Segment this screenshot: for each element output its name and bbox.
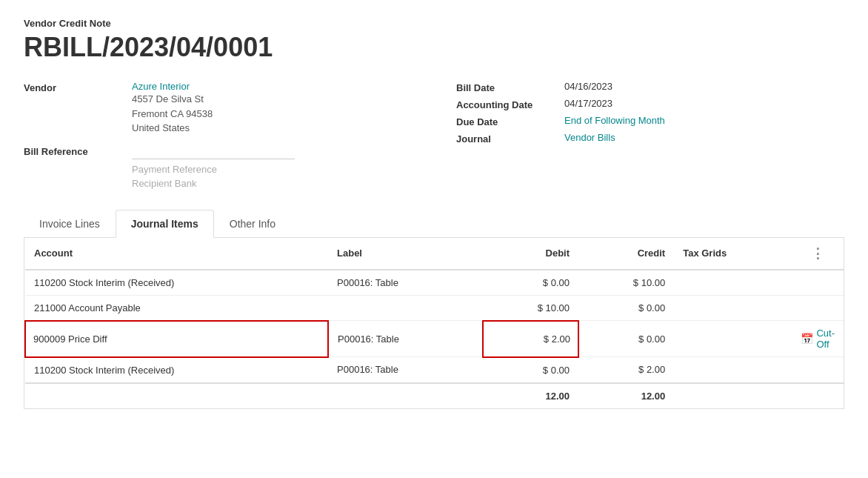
table-row: 900009 Price DiffP00016: Table$ 2.00$ 0.… <box>25 321 844 357</box>
cell-debit: $ 10.00 <box>483 295 578 321</box>
vendor-label: Vendor <box>24 81 120 93</box>
bill-reference-input[interactable] <box>132 145 295 159</box>
col-label: Label <box>328 238 483 270</box>
totals-debit: 12.00 <box>483 383 578 408</box>
totals-row: 12.00 12.00 <box>25 383 844 408</box>
column-menu-icon[interactable]: ⋮ <box>805 243 830 264</box>
cell-credit: $ 2.00 <box>578 357 674 383</box>
totals-credit: 12.00 <box>578 383 674 408</box>
cell-debit: $ 2.00 <box>483 321 578 357</box>
cell-account: 211000 Account Payable <box>25 295 328 321</box>
tabs-container: Invoice Lines Journal Items Other Info <box>24 210 844 238</box>
cell-tax-grids <box>674 357 792 383</box>
totals-empty-tax <box>674 383 792 408</box>
vendor-address-line1: 4557 De Silva St <box>132 92 213 107</box>
payment-reference-label: Payment Reference <box>132 164 412 175</box>
cell-label: P00016: Table <box>328 357 483 383</box>
accounting-date-label: Accounting Date <box>456 98 552 110</box>
bill-date-label: Bill Date <box>456 81 552 93</box>
totals-empty-extra <box>792 383 844 408</box>
vendor-address-line3: United States <box>132 121 213 136</box>
vendor-address-line2: Fremont CA 94538 <box>132 107 213 122</box>
col-debit: Debit <box>483 238 578 270</box>
cell-tax-grids <box>674 270 792 296</box>
bill-date-value: 04/16/2023 <box>564 81 612 92</box>
cell-label <box>328 295 483 321</box>
totals-empty-label <box>328 383 483 408</box>
cell-label: P00016: Table <box>328 321 483 357</box>
table-row: 110200 Stock Interim (Received)P00016: T… <box>25 270 844 296</box>
due-date-label: Due Date <box>456 115 552 127</box>
cell-tax-grids <box>674 295 792 321</box>
cell-cutoff <box>792 357 844 383</box>
cell-cutoff <box>792 270 844 296</box>
cell-cutoff <box>792 295 844 321</box>
due-date-value[interactable]: End of Following Month <box>564 115 665 126</box>
cell-account: 110200 Stock Interim (Received) <box>25 270 328 296</box>
accounting-date-value: 04/17/2023 <box>564 98 612 109</box>
cutoff-button[interactable]: 📅 Cut-Off <box>801 328 835 350</box>
journal-items-table: Account Label Debit Credit Tax Grids ⋮ 1… <box>24 238 844 409</box>
cell-account: 900009 Price Diff <box>25 321 328 357</box>
cell-tax-grids <box>674 321 792 357</box>
cell-label: P00016: Table <box>328 270 483 296</box>
cell-credit: $ 10.00 <box>578 270 674 296</box>
cell-credit: $ 0.00 <box>578 295 674 321</box>
table-row: 110200 Stock Interim (Received)P00016: T… <box>25 357 844 383</box>
cell-credit: $ 0.00 <box>578 321 674 357</box>
tab-other-info[interactable]: Other Info <box>214 210 291 237</box>
table-row: 211000 Account Payable$ 10.00$ 0.00 <box>25 295 844 321</box>
vendor-name[interactable]: Azure Interior <box>132 81 213 92</box>
calendar-icon: 📅 <box>801 333 813 345</box>
doc-title: RBILL/2023/04/0001 <box>24 32 844 63</box>
bill-reference-label: Bill Reference <box>24 145 120 157</box>
recipient-bank-label: Recipient Bank <box>132 178 412 189</box>
totals-empty-account <box>25 383 328 408</box>
col-tax-grids: Tax Grids <box>674 238 792 270</box>
journal-value[interactable]: Vendor Bills <box>564 132 615 143</box>
col-credit: Credit <box>578 238 674 270</box>
cell-cutoff[interactable]: 📅 Cut-Off <box>792 321 844 357</box>
col-account: Account <box>25 238 328 270</box>
cell-account: 110200 Stock Interim (Received) <box>25 357 328 383</box>
doc-type-label: Vendor Credit Note <box>24 18 844 29</box>
tab-journal-items[interactable]: Journal Items <box>116 210 214 238</box>
cell-debit: $ 0.00 <box>483 270 578 296</box>
journal-label: Journal <box>456 132 552 145</box>
tab-invoice-lines[interactable]: Invoice Lines <box>24 210 116 237</box>
cell-debit: $ 0.00 <box>483 357 578 383</box>
